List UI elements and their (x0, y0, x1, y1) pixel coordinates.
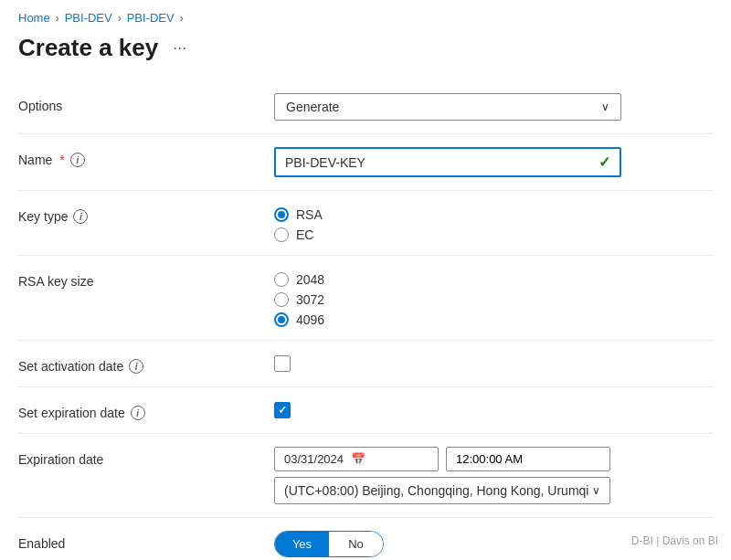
expiration-date-toggle-control (274, 400, 713, 418)
key-type-control: RSA EC (274, 204, 713, 242)
radio-ec[interactable]: EC (274, 227, 713, 242)
date-time-row: 03/31/2024 📅 (274, 447, 713, 471)
expiration-date-toggle-row: Set expiration date i (18, 387, 713, 433)
name-label: Name * i (18, 147, 274, 167)
timezone-value: (UTC+08:00) Beijing, Chongqing, Hong Kon… (284, 483, 588, 498)
expiration-date-toggle-label: Set expiration date i (18, 400, 274, 420)
timezone-arrow: ∨ (592, 484, 600, 497)
breadcrumb-sep-2: › (118, 12, 122, 25)
radio-ec-label: EC (296, 227, 313, 242)
enabled-row: Enabled Yes No (18, 518, 713, 560)
activation-date-info-icon[interactable]: i (129, 359, 143, 374)
name-input[interactable] (285, 155, 599, 170)
breadcrumb-sep-1: › (56, 12, 59, 25)
activation-date-control (274, 354, 713, 372)
radio-ec-circle[interactable] (274, 227, 289, 242)
page-title: Create a key (18, 34, 158, 62)
name-control: ✓ (274, 147, 713, 177)
name-row: Name * i ✓ (18, 134, 713, 190)
radio-rsa-circle[interactable] (274, 207, 289, 222)
options-label: Options (18, 93, 274, 113)
radio-3072-label: 3072 (296, 292, 324, 307)
dots-menu-button[interactable]: ··· (167, 37, 192, 59)
name-input-wrapper[interactable]: ✓ (274, 147, 621, 177)
rsa-key-size-row: RSA key size 2048 3072 4096 (18, 256, 713, 340)
expiration-date-row: Expiration date 03/31/2024 📅 (UTC+08:00)… (18, 434, 713, 517)
page-header: Create a key ··· (0, 30, 731, 77)
breadcrumb-home[interactable]: Home (18, 11, 50, 25)
options-select[interactable]: Generate ∨ (274, 93, 621, 121)
expiration-date-toggle-info-icon[interactable]: i (131, 406, 145, 420)
rsa-key-size-radio-group: 2048 3072 4096 (274, 269, 713, 327)
radio-4096-label: 4096 (296, 312, 324, 327)
rsa-key-size-label: RSA key size (18, 269, 274, 289)
name-valid-icon: ✓ (599, 153, 610, 171)
key-type-row: Key type i RSA EC (18, 191, 713, 255)
radio-rsa-label: RSA (296, 207, 323, 222)
timezone-select[interactable]: (UTC+08:00) Beijing, Chongqing, Hong Kon… (274, 477, 610, 504)
options-control: Generate ∨ (274, 93, 713, 121)
name-required: * (59, 153, 64, 167)
radio-2048[interactable]: 2048 (274, 272, 713, 287)
breadcrumb: Home › PBI-DEV › PBI-DEV › (0, 0, 731, 30)
options-arrow: ∨ (601, 100, 609, 113)
radio-2048-circle[interactable] (274, 272, 289, 287)
activation-date-checkbox[interactable] (274, 355, 291, 372)
breadcrumb-pbi-dev-2[interactable]: PBI-DEV (127, 11, 175, 25)
watermark: D-BI | Davis on BI (631, 534, 718, 547)
activation-date-row: Set activation date i (18, 341, 713, 386)
form-container: Options Generate ∨ Name * i ✓ Key type i (0, 77, 731, 560)
date-picker[interactable]: 03/31/2024 📅 (274, 447, 439, 471)
radio-2048-label: 2048 (296, 272, 324, 287)
expiration-date-label: Expiration date (18, 447, 274, 467)
key-type-label: Key type i (18, 204, 274, 224)
activation-date-label: Set activation date i (18, 354, 274, 374)
time-picker[interactable] (446, 447, 610, 471)
time-input[interactable] (456, 452, 600, 466)
breadcrumb-pbi-dev-1[interactable]: PBI-DEV (65, 11, 112, 25)
options-row: Options Generate ∨ (18, 80, 713, 133)
key-type-radio-group: RSA EC (274, 204, 713, 242)
breadcrumb-sep-3: › (180, 12, 184, 25)
radio-rsa[interactable]: RSA (274, 207, 713, 222)
expiration-date-checkbox[interactable] (274, 402, 291, 418)
toggle-no-button[interactable]: No (329, 532, 383, 556)
rsa-key-size-control: 2048 3072 4096 (274, 269, 713, 327)
radio-4096-circle[interactable] (274, 312, 289, 327)
radio-3072[interactable]: 3072 (274, 292, 713, 307)
toggle-yes-button[interactable]: Yes (275, 532, 329, 556)
enabled-toggle: Yes No (274, 531, 384, 557)
key-type-info-icon[interactable]: i (73, 209, 88, 224)
radio-4096[interactable]: 4096 (274, 312, 713, 327)
date-value: 03/31/2024 (284, 452, 344, 466)
enabled-label: Enabled (18, 531, 274, 551)
calendar-icon: 📅 (351, 452, 366, 466)
radio-3072-circle[interactable] (274, 292, 289, 307)
expiration-date-control: 03/31/2024 📅 (UTC+08:00) Beijing, Chongq… (274, 447, 713, 504)
name-info-icon[interactable]: i (70, 153, 85, 167)
